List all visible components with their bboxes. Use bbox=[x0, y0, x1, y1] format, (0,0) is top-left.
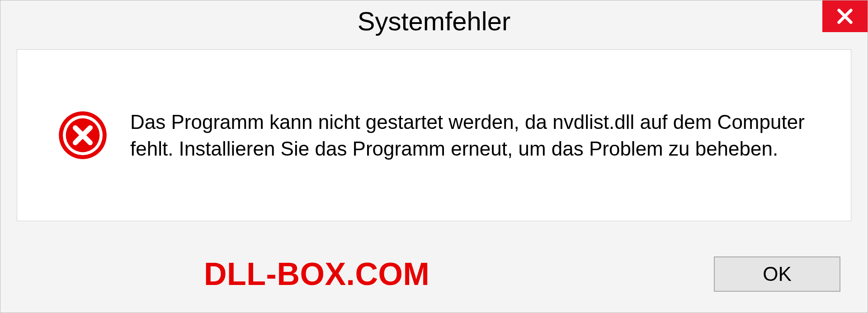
error-message: Das Programm kann nicht gestartet werden… bbox=[130, 109, 824, 162]
close-button[interactable] bbox=[822, 0, 868, 32]
watermark-text: DLL-BOX.COM bbox=[204, 256, 429, 292]
dialog-footer: DLL-BOX.COM OK bbox=[0, 236, 868, 313]
ok-button[interactable]: OK bbox=[714, 256, 840, 292]
dialog-title: Systemfehler bbox=[358, 6, 510, 36]
error-dialog: Systemfehler Das Programm kann nicht ges… bbox=[0, 0, 868, 313]
close-icon bbox=[836, 7, 854, 25]
titlebar: Systemfehler bbox=[0, 0, 868, 41]
content-panel: Das Programm kann nicht gestartet werden… bbox=[17, 49, 851, 221]
error-icon bbox=[58, 110, 108, 160]
